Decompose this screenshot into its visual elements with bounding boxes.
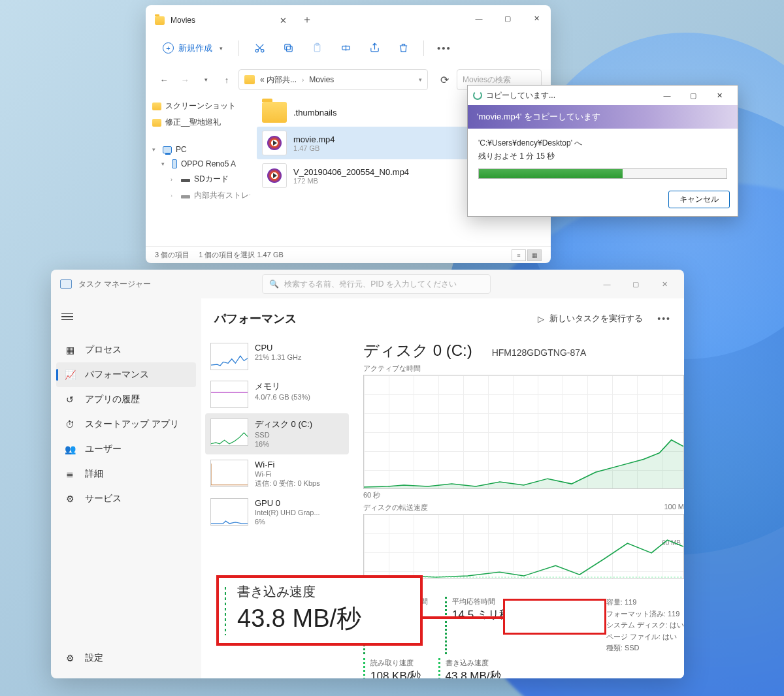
drive-icon (181, 195, 190, 198)
drive-icon (181, 179, 190, 182)
dialog-titlebar[interactable]: コピーしています... — ▢ ✕ (468, 86, 738, 105)
nav-details[interactable]: ≣詳細 (56, 462, 196, 486)
nav-services[interactable]: ⚙サービス (56, 486, 196, 511)
minimize-button[interactable]: — (593, 272, 621, 296)
tree-item-phone[interactable]: ▾OPPO Reno5 A (148, 157, 248, 171)
nav-performance[interactable]: 📈パフォーマンス (56, 362, 196, 387)
more-icon[interactable]: ••• (657, 313, 671, 324)
pc-icon (163, 146, 172, 153)
highlight-callout: 書き込み速度 43.8 MB/秒 (216, 575, 423, 646)
tree-item-sd[interactable]: ›SDカード (148, 171, 248, 187)
maximize-button[interactable]: ▢ (680, 87, 706, 104)
history-icon: ↺ (64, 394, 76, 405)
copy-dialog: コピーしています... — ▢ ✕ 'movie.mp4' をコピーしています … (467, 85, 738, 217)
separator (423, 40, 424, 56)
address-bar[interactable]: « 内部共... › Movies ▾ (238, 69, 428, 90)
content-header: パフォーマンス ▷ 新しいタスクを実行する ••• (201, 298, 684, 335)
progress-fill (479, 169, 623, 178)
back-button[interactable]: ← (155, 71, 173, 89)
breadcrumb-separator: › (302, 76, 304, 84)
explorer-tab[interactable]: Movies ✕ (146, 7, 296, 33)
tree-item[interactable]: 修正__聖地巡礼 (148, 114, 248, 131)
tab-close-icon[interactable]: ✕ (280, 16, 287, 25)
graph2-label: ディスクの転送速度 100 M (363, 503, 684, 513)
stat-read: 読み取り速度 108 KB/秒 (363, 658, 421, 678)
minimize-button[interactable]: — (654, 87, 680, 104)
search-placeholder: Moviesの検索 (463, 74, 511, 86)
chevron-down-icon[interactable]: ▾ (152, 146, 159, 153)
window-buttons: — ▢ ✕ (654, 87, 732, 104)
thumb-graph (210, 419, 248, 446)
dialog-body: 'C:¥Users¥dency¥Desktop' へ 残りおよそ 1 分 15 … (468, 129, 738, 187)
new-button-label: 新規作成 (178, 42, 212, 54)
taskmgr-sidebar: ▦プロセス 📈パフォーマンス ↺アプリの履歴 ⏱スタートアップ アプリ 👥ユーザ… (51, 298, 201, 678)
perf-item-memory[interactable]: メモリ4.0/7.6 GB (53%) (205, 375, 349, 413)
maximize-button[interactable]: ▢ (621, 272, 650, 296)
nav-history[interactable]: ↺アプリの履歴 (56, 387, 196, 412)
users-icon: 👥 (64, 443, 76, 455)
cancel-button[interactable]: キャンセル (668, 191, 730, 208)
view-list-button[interactable]: ≡ (512, 249, 526, 261)
run-icon: ▷ (538, 314, 544, 324)
search-icon: 🔍 (269, 279, 279, 289)
copy-icon[interactable] (276, 37, 301, 60)
perf-item-wifi[interactable]: Wi-FiWi-Fi 送信: 0 受信: 0 Kbps (205, 454, 349, 494)
transfer-graph: 60 MB (363, 514, 684, 579)
chart-icon: 📈 (64, 369, 76, 381)
chevron-right-icon[interactable]: › (171, 176, 177, 183)
minimize-button[interactable]: — (465, 5, 493, 31)
folder-icon (155, 16, 165, 25)
separator (238, 40, 239, 56)
timespan: 60 秒 (363, 490, 380, 500)
more-icon[interactable]: ••• (432, 37, 457, 60)
new-tab-button[interactable]: ＋ (296, 8, 318, 31)
stat-response: 平均応答時間 14.5 ミリ秒 (445, 597, 510, 654)
chevron-right-icon[interactable]: › (171, 193, 177, 199)
new-task-button[interactable]: ▷ 新しいタスクを実行する (531, 309, 649, 328)
nav-settings[interactable]: ⚙設定 (56, 646, 196, 671)
tree-item-pc[interactable]: ▾PC (148, 142, 248, 157)
dialog-footer: キャンセル (468, 187, 738, 216)
folder-icon (152, 103, 161, 110)
dotted-accent (224, 586, 227, 635)
dialog-title: コピーしています... (486, 90, 555, 101)
breadcrumb-segment[interactable]: « 内部共... (260, 74, 297, 86)
nav-processes[interactable]: ▦プロセス (56, 338, 196, 362)
chevron-down-icon[interactable]: ▾ (419, 76, 422, 83)
share-icon[interactable] (362, 37, 387, 60)
forward-button[interactable]: → (176, 71, 194, 89)
speed-icon: ⏱ (64, 419, 76, 430)
app-title: タスク マネージャー (78, 279, 151, 290)
up-button[interactable]: ↑ (218, 71, 236, 89)
thumb-graph (210, 381, 248, 408)
new-button[interactable]: + 新規作成 ▾ (155, 39, 231, 58)
tree-item-storage[interactable]: ›内部共有ストレージ (148, 187, 248, 204)
chevron-down-icon[interactable]: ▾ (197, 71, 215, 89)
search-input[interactable]: 🔍 検索する名前、発行元、PID を入力してください (262, 274, 491, 294)
close-button[interactable]: ✕ (522, 5, 551, 31)
perf-item-cpu[interactable]: CPU21% 1.31 GHz (205, 338, 349, 375)
tree-item[interactable]: スクリーンショット (148, 98, 248, 114)
perf-item-disk[interactable]: ディスク 0 (C:)SSD 16% (205, 413, 349, 454)
delete-icon[interactable] (391, 37, 416, 60)
copy-destination: 'C:¥Users¥dency¥Desktop' へ (478, 138, 727, 149)
video-icon (262, 131, 287, 155)
chevron-down-icon[interactable]: ▾ (161, 161, 168, 167)
hamburger-button[interactable] (56, 306, 80, 327)
thumb-graph (210, 498, 248, 526)
maximize-button[interactable]: ▢ (493, 5, 522, 31)
close-button[interactable]: ✕ (650, 272, 679, 296)
perf-item-gpu[interactable]: GPU 0Intel(R) UHD Grap... 6% (205, 493, 349, 532)
refresh-button[interactable]: ⟳ (434, 74, 454, 86)
nav-users[interactable]: 👥ユーザー (56, 437, 196, 462)
search-placeholder: 検索する名前、発行元、PID を入力してください (284, 279, 456, 290)
breadcrumb-segment[interactable]: Movies (309, 75, 334, 84)
paste-icon[interactable] (304, 37, 329, 60)
nav-startup[interactable]: ⏱スタートアップ アプリ (56, 412, 196, 437)
rename-icon[interactable] (333, 37, 358, 60)
cut-icon[interactable] (247, 37, 272, 60)
highlight-target (503, 599, 606, 635)
view-grid-button[interactable]: ▦ (527, 249, 542, 261)
close-button[interactable]: ✕ (706, 87, 732, 104)
graph1-label: アクティブな時間 (363, 364, 684, 373)
